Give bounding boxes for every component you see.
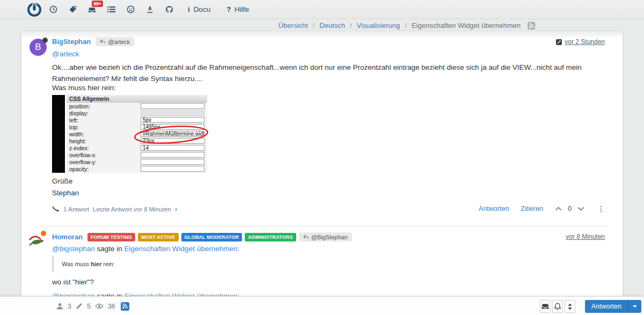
reply-link[interactable]: Antworten (479, 205, 509, 213)
css-value-input-width: #RahmenMülltermine.width (141, 131, 204, 137)
quote-link[interactable]: Zitieren (521, 205, 543, 213)
topic-link[interactable]: Eigenschaften Widget übernehmen: (125, 245, 240, 253)
mark-unread-button[interactable] (540, 300, 551, 313)
bell-icon (554, 303, 561, 310)
css-value-input: 1495px (141, 124, 204, 130)
reply-topic-button[interactable]: Antworten (585, 300, 641, 313)
edited-icon (556, 39, 562, 45)
css-row: width:#RahmenMülltermine.width (67, 130, 207, 137)
watch-topic-button[interactable] (552, 300, 563, 313)
last-reply-label: Letzte Antwort vor 8 Minuten (93, 206, 171, 213)
post-options-menu-icon[interactable]: ⋮ (597, 204, 605, 213)
css-value-input: 14 (141, 145, 204, 151)
categories-list-icon[interactable] (107, 5, 115, 13)
post-author-link[interactable]: Homoran (52, 233, 83, 241)
topic-link[interactable]: Eigenschaften Widget übernehmen: (125, 292, 240, 296)
sort-posts-button[interactable] (565, 300, 575, 313)
reply-to-badge[interactable]: @BigStephan (299, 232, 352, 241)
reply-arrow-icon (303, 235, 309, 239)
unread-count-badge: 99+ (92, 1, 103, 7)
css-properties-panel: CSS Allgemein position: display: left:5p… (67, 95, 207, 173)
topic-stats: 3 5 36 (56, 297, 129, 315)
css-value-input (141, 152, 204, 158)
css-value-input (141, 166, 204, 172)
css-value-input (141, 159, 204, 165)
chevron-right-icon: › (175, 205, 177, 213)
post-timestamp: vor 2 Stunden (556, 38, 605, 46)
post-timestamp[interactable]: vor 8 Minuten (566, 233, 605, 240)
group-badge-administrators[interactable]: ADMINISTRATORS (245, 233, 296, 241)
group-badge-forum-testing[interactable]: FORUM TESTING (87, 233, 135, 241)
replies-teaser[interactable]: 1 Antwort Letzte Antwort vor 8 Minuten › (52, 205, 177, 213)
embedded-screenshot[interactable]: CSS Allgemein position: display: left:5p… (52, 95, 207, 173)
recent-topics-icon[interactable] (49, 5, 57, 13)
post-author-link[interactable]: BigStephan (52, 38, 91, 46)
views-eye-icon (95, 303, 104, 309)
topic-footer-bar: 3 5 36 Antworten (0, 296, 644, 315)
post-header: Homoran FORUM TESTING MOST ACTIVE GLOBAL… (52, 232, 352, 241)
replies-count: 1 Antwort (63, 206, 89, 213)
quote-intro-line: @bigstephan sagte in Eigenschaften Widge… (52, 245, 239, 253)
post-header: BigStephan @arteck (52, 37, 134, 46)
blockquote: Was muss hier rein: (52, 257, 122, 272)
avatar[interactable] (28, 235, 45, 247)
posts-count: 5 (87, 303, 91, 310)
css-row: height:23px (67, 137, 207, 144)
pen-icon[interactable] (146, 5, 154, 13)
mention-link[interactable]: @bigstephan (52, 245, 95, 253)
css-value-input (141, 110, 204, 116)
breadcrumb-uebersicht[interactable]: Übersicht (279, 21, 308, 30)
group-badge-most-active[interactable]: MOST ACTIVE (138, 233, 178, 241)
rss-icon[interactable] (528, 22, 535, 30)
post-divider (38, 226, 606, 226)
reply-topic-button-label: Antworten (585, 300, 628, 313)
post-question-text: Was muss hier rein: (52, 84, 116, 92)
breadcrumb-deutsch[interactable]: Deutsch (319, 21, 345, 30)
reply-to-badge[interactable]: @arteck (96, 37, 134, 46)
post-body-text: Ok....aber wie bezieh ich die Prozentzah… (52, 62, 619, 84)
mention-link[interactable]: @arteck (52, 50, 79, 58)
group-badge-global-moderator[interactable]: GLOBAL MODERATOR (181, 233, 243, 241)
unsolved-topics-icon[interactable] (127, 5, 135, 13)
question-icon: ? (226, 5, 231, 13)
tags-icon[interactable] (69, 5, 77, 13)
views-count: 36 (108, 303, 115, 310)
css-row: display: (67, 109, 207, 116)
top-navbar: 99+ i Docu ? Hilfe (0, 0, 644, 19)
breadcrumb-separator: / (405, 21, 407, 30)
user-status-dot (41, 231, 46, 236)
quote-intro-line-clipped: @bigstephan sagte in Eigenschaften Widge… (52, 292, 239, 296)
reply-options-caret[interactable] (628, 300, 641, 313)
upvote-icon[interactable] (555, 207, 562, 211)
unread-inbox-icon[interactable]: 99+ (88, 5, 96, 13)
css-value-input: 5px (141, 117, 204, 123)
mention-link[interactable]: @bigstephan (52, 292, 95, 296)
css-panel-header: CSS Allgemein (67, 95, 207, 102)
breadcrumb-separator: / (350, 21, 352, 30)
inbox-icon (541, 303, 549, 310)
iobroker-logo-icon[interactable] (27, 2, 42, 17)
breadcrumb-current-topic: Eigenschaften Widget übernehmen (412, 21, 521, 30)
sort-icon (567, 303, 573, 310)
rss-icon[interactable] (121, 302, 129, 311)
last-reply-arrow-icon (52, 206, 60, 212)
css-row: top:1495px (67, 123, 207, 130)
github-icon[interactable] (165, 5, 173, 13)
post-actions: Antworten Zitieren 0 ⋮ (479, 204, 605, 213)
participants-count: 3 (68, 303, 71, 310)
screenshot-black-bar (52, 95, 65, 173)
css-row: left:5px (67, 116, 207, 123)
hilfe-link[interactable]: ? Hilfe (226, 5, 249, 13)
css-row: z-index:14 (67, 144, 207, 151)
docu-link[interactable]: i Docu (188, 5, 210, 13)
downvote-icon[interactable] (577, 207, 584, 211)
breadcrumb-separator: / (313, 21, 315, 30)
topic-tools (540, 300, 575, 313)
breadcrumb-visualisierung[interactable]: Visualisierung (357, 21, 400, 30)
participants-icon (56, 303, 63, 310)
post-body-text: wo ist "hier"? (52, 278, 94, 286)
post-closing-text: Grüße (52, 177, 72, 185)
css-value-input (141, 103, 204, 109)
vote-count: 0 (568, 205, 572, 213)
avatar-letter: B (35, 42, 41, 53)
